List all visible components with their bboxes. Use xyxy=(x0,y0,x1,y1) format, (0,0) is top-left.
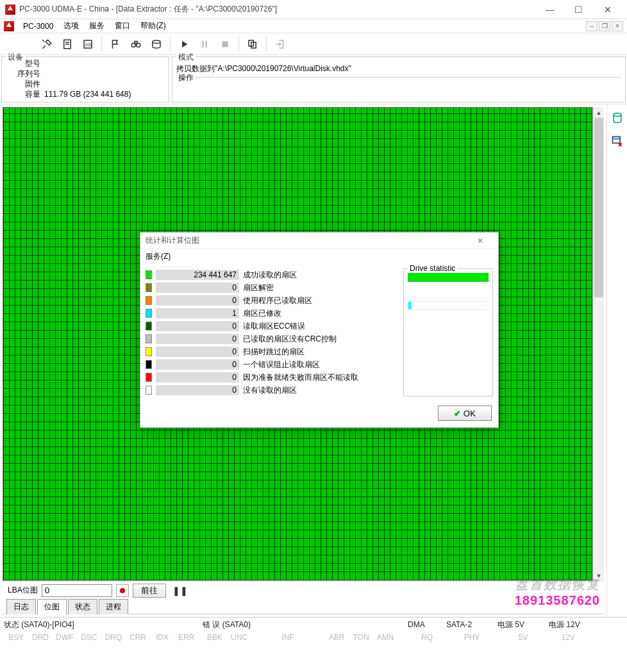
report-icon[interactable] xyxy=(58,35,77,53)
stat-label: 成功读取的扇区 xyxy=(243,270,396,281)
misc-phy: PHY xyxy=(446,633,497,642)
drive-statistic-panel: Drive statistic xyxy=(403,268,493,397)
play-button[interactable] xyxy=(174,35,194,53)
stat-value: 234 441 647 xyxy=(156,270,239,280)
stat-label: 已读取的扇区没有CRC控制 xyxy=(243,334,396,345)
status-drd: DRD xyxy=(28,633,53,642)
toolbar: 100 xyxy=(0,33,627,55)
stat-swatch xyxy=(146,283,152,292)
stat-label: 扇区解密 xyxy=(243,283,396,293)
mode-legend: 模式 xyxy=(176,52,196,63)
device-legend: 设备 xyxy=(6,52,25,63)
maximize-button[interactable]: ☐ xyxy=(564,1,593,19)
err-blank2 xyxy=(300,633,324,642)
dialog-menu-services[interactable]: 服务(Z) xyxy=(146,251,171,262)
pause-button[interactable] xyxy=(195,35,214,53)
stat-label: 扫描时跳过的扇区 xyxy=(243,347,396,357)
stat-swatch xyxy=(146,296,152,305)
vertical-scrollbar[interactable]: ▲ ▼ xyxy=(593,107,604,581)
status-crr: CRR xyxy=(126,633,150,642)
stat-value: 0 xyxy=(156,283,239,293)
svg-rect-12 xyxy=(612,136,620,143)
menu-services[interactable]: 服务 xyxy=(84,19,110,33)
mode-value: 拷贝数据到''A:\PC3000\20190726\VirtualDisk.vh… xyxy=(176,63,621,74)
go-button[interactable]: 前往 xyxy=(133,584,166,598)
close-button[interactable]: ✕ xyxy=(593,1,622,19)
stat-row: 0 没有读取的扇区 xyxy=(146,384,396,397)
dialog-titlebar[interactable]: 统计和计算位图 ✕ xyxy=(140,233,498,249)
tools-icon[interactable] xyxy=(37,35,56,53)
tab-log[interactable]: 日志 xyxy=(6,599,36,614)
flag-icon[interactable] xyxy=(106,35,125,53)
scroll-up-icon[interactable]: ▲ xyxy=(594,107,604,118)
err-blank1 xyxy=(251,633,276,642)
stat-value: 0 xyxy=(156,372,239,382)
stat-swatch xyxy=(146,322,152,331)
stat-value: 0 xyxy=(156,385,239,395)
copy-icon[interactable] xyxy=(243,35,262,53)
stat-value: 1 xyxy=(156,308,239,318)
stat-row: 1 扇区已修改 xyxy=(146,307,396,320)
window-error-icon[interactable] xyxy=(610,134,624,148)
pause-icon[interactable]: ❚❚ xyxy=(170,586,190,596)
stat-value: 0 xyxy=(156,295,239,306)
tab-bitmap[interactable]: 位图 xyxy=(37,599,67,614)
stat-value: 0 xyxy=(156,347,239,357)
stat-row: 0 已读取的扇区没有CRC控制 xyxy=(146,332,396,345)
err-bbk: BBK xyxy=(203,633,227,642)
right-toolbar xyxy=(606,104,627,617)
stat-swatch xyxy=(146,373,152,382)
status-idx: IDX xyxy=(150,633,174,642)
tab-state[interactable]: 状态 xyxy=(68,599,97,614)
statistics-list: 234 441 647 成功读取的扇区 0 扇区解密 0 使用程序已读取扇区 1… xyxy=(146,268,396,397)
mdi-close-button[interactable]: × xyxy=(612,21,623,31)
stat-label: 没有读取的扇区 xyxy=(243,385,396,396)
lba-input[interactable] xyxy=(42,584,112,597)
menu-options[interactable]: 选项 xyxy=(58,19,84,33)
stat-row: 0 读取扇区ECC错误 xyxy=(146,320,396,332)
titlebar: PC-3000 UDMA-E - China - [Data Extractor… xyxy=(0,0,627,19)
record-button[interactable] xyxy=(116,584,129,597)
menu-app[interactable]: PC-3000 xyxy=(18,20,58,32)
info-panels: 设备 型号 序列号 固件 容量111.79 GB (234 441 648) 模… xyxy=(0,55,627,104)
dialog-close-button[interactable]: ✕ xyxy=(467,236,493,245)
menu-window[interactable]: 窗口 xyxy=(110,19,135,33)
stat-row: 0 使用程序已读取扇区 xyxy=(146,294,396,307)
scroll-down-icon[interactable]: ▼ xyxy=(594,570,604,581)
minimize-button[interactable]: — xyxy=(535,1,564,19)
err-abr: ABR xyxy=(324,633,349,642)
misc-12v: 12V xyxy=(549,633,587,642)
disk-icon[interactable] xyxy=(147,35,166,53)
stat-swatch xyxy=(146,347,152,356)
menubar: PC-3000 选项 服务 窗口 帮助(Z) – ❐ × xyxy=(0,19,627,33)
database-icon[interactable] xyxy=(610,111,624,125)
stop-button[interactable] xyxy=(215,35,235,53)
svg-rect-7 xyxy=(206,40,207,47)
status-dsc: DSC xyxy=(77,633,101,642)
misc-rq: RQ xyxy=(408,633,446,642)
status-bsy: BSY xyxy=(4,633,28,642)
svg-point-4 xyxy=(137,43,140,47)
misc-5v: 5V xyxy=(497,633,549,642)
firmware-value xyxy=(44,79,165,89)
stat-label: 读取扇区ECC错误 xyxy=(243,321,396,332)
ok-button[interactable]: ✔OK xyxy=(438,406,492,421)
stat-swatch xyxy=(146,334,152,343)
stat-swatch xyxy=(146,386,152,395)
scroll-thumb[interactable] xyxy=(594,118,603,297)
drive-statistic-legend: Drive statistic xyxy=(408,264,457,273)
sata-label: SATA-2 xyxy=(446,620,472,629)
stat-swatch xyxy=(146,309,152,318)
binoculars-icon[interactable] xyxy=(126,35,146,53)
percent-icon[interactable]: 100 xyxy=(78,35,97,53)
mdi-minimize-button[interactable]: – xyxy=(586,21,598,31)
tab-process[interactable]: 进程 xyxy=(99,599,128,614)
stat-label: 扇区已修改 xyxy=(243,308,396,319)
mode-panel: 模式 拷贝数据到''A:\PC3000\20190726\VirtualDisk… xyxy=(172,56,626,102)
mdi-restore-button[interactable]: ❐ xyxy=(599,21,610,31)
err-unc: UNC xyxy=(227,633,251,642)
stat-row: 0 扇区解密 xyxy=(146,281,396,294)
model-value xyxy=(44,58,165,69)
menu-help[interactable]: 帮助(Z) xyxy=(135,19,171,33)
exit-icon[interactable] xyxy=(271,35,290,53)
